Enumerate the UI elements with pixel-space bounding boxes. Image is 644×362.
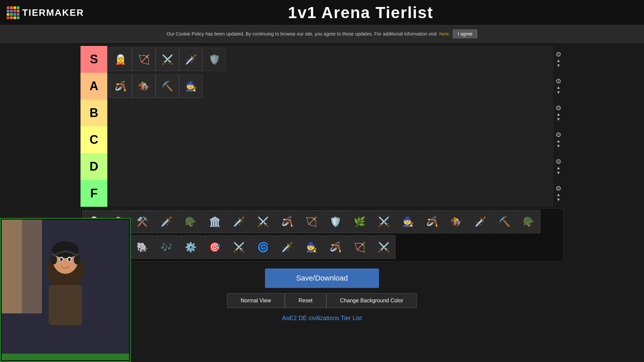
logo-cell <box>7 6 9 9</box>
unit-pool-item[interactable]: 🌀 <box>251 235 275 259</box>
tier-f-settings-button[interactable]: ⚙ <box>555 185 561 192</box>
unit-card[interactable]: 🏹 <box>132 48 156 71</box>
tier-s-down-button[interactable]: ▼ <box>556 63 561 68</box>
svg-point-7 <box>50 255 57 264</box>
tier-s-up-button[interactable]: ▲ <box>556 58 561 63</box>
unit-pool-item[interactable]: ⚔️ <box>372 235 395 259</box>
cookie-link[interactable]: here. <box>439 31 450 37</box>
tier-f-up-button[interactable]: ▲ <box>556 192 561 197</box>
tier-d-up-button[interactable]: ▲ <box>556 166 561 170</box>
tier-content-c[interactable] <box>107 126 553 153</box>
normal-view-button[interactable]: Normal View <box>227 293 285 308</box>
logo-cell <box>17 13 19 16</box>
tier-d-settings-button[interactable]: ⚙ <box>555 158 561 165</box>
cookie-banner: Our Cookie Policy has been updated. By c… <box>0 25 644 43</box>
tier-c-controls: ⚙ ▲ ▼ <box>553 126 564 153</box>
change-bg-button[interactable]: Change Background Color <box>326 293 417 308</box>
unit-card[interactable]: ⛏️ <box>156 74 179 98</box>
logo-cell <box>7 10 9 12</box>
logo-cell <box>17 10 19 12</box>
unit-pool-item[interactable]: ⛏️ <box>493 210 516 233</box>
logo-cell <box>7 16 9 19</box>
unit-card[interactable]: ⚔️ <box>156 48 179 71</box>
unit-pool-item[interactable]: 🏇 <box>444 210 468 233</box>
unit-pool-item[interactable]: ⚔️ <box>227 235 251 259</box>
tier-row-b: B ⚙ ▲ ▼ <box>80 100 564 126</box>
tier-c-down-button[interactable]: ▼ <box>556 144 561 148</box>
unit-pool-item[interactable]: ⚔️ <box>251 210 275 233</box>
unit-pool-item[interactable]: ⚒️ <box>130 210 154 233</box>
tier-a-down-button[interactable]: ▼ <box>556 90 561 95</box>
reset-button[interactable]: Reset <box>285 293 326 308</box>
logo-cell <box>10 13 13 16</box>
unit-pool-item[interactable]: 🪖 <box>179 210 202 233</box>
tier-label-d: D <box>80 153 107 180</box>
logo-cell <box>13 6 16 9</box>
unit-pool-item[interactable]: 🪖 <box>517 210 540 233</box>
unit-pool-item[interactable]: 🎯 <box>203 235 226 259</box>
tier-a-settings-button[interactable]: ⚙ <box>555 78 561 84</box>
tier-s-settings-button[interactable]: ⚙ <box>555 51 561 58</box>
cookie-agree-button[interactable]: I agree <box>453 29 478 38</box>
unit-card[interactable]: 🧙 <box>179 74 203 98</box>
unit-pool-item[interactable]: 🪃 <box>275 210 299 233</box>
unit-pool-item[interactable]: 🎶 <box>155 235 178 259</box>
tier-d-down-button[interactable]: ▼ <box>556 171 561 175</box>
unit-card[interactable]: 🏇 <box>132 74 156 98</box>
unit-card[interactable]: 🧝 <box>109 48 132 71</box>
tier-content-d[interactable] <box>107 153 553 180</box>
cookie-message: Our Cookie Policy has been updated. By c… <box>167 31 437 37</box>
view-controls: Normal View Reset Change Background Colo… <box>227 293 417 308</box>
logo-cell <box>17 6 19 9</box>
tier-row-a: A 🪃 🏇 ⛏️ 🧙 ⚙ ▲ ▼ <box>80 73 564 100</box>
unit-pool-item[interactable]: 🧙 <box>300 235 323 259</box>
unit-pool-item[interactable]: 🗡️ <box>155 210 178 233</box>
tier-f-down-button[interactable]: ▼ <box>556 197 561 202</box>
tier-content-f[interactable] <box>107 180 553 207</box>
unit-pool-item[interactable]: 🪃 <box>420 210 444 233</box>
svg-rect-2 <box>2 220 22 313</box>
svg-rect-13 <box>2 354 129 360</box>
tier-a-controls: ⚙ ▲ ▼ <box>553 73 564 100</box>
unit-pool-item[interactable]: 🐘 <box>130 235 154 259</box>
tier-row-s: S 🧝 🏹 ⚔️ 🗡️ 🛡️ ⚙ ▲ ▼ <box>80 46 564 73</box>
unit-pool-item[interactable]: 🗡️ <box>227 210 251 233</box>
tier-content-a[interactable]: 🪃 🏇 ⛏️ 🧙 <box>107 73 553 100</box>
svg-point-8 <box>74 255 80 264</box>
unit-pool-item[interactable]: ⚙️ <box>179 235 202 259</box>
tier-b-settings-button[interactable]: ⚙ <box>555 105 561 111</box>
unit-pool-item[interactable]: 🗡️ <box>275 235 299 259</box>
unit-pool-item[interactable]: ⚔️ <box>372 210 395 233</box>
tier-row-c: C ⚙ ▲ ▼ <box>80 126 564 153</box>
tier-c-up-button[interactable]: ▲ <box>556 139 561 143</box>
tier-b-controls: ⚙ ▲ ▼ <box>553 100 564 126</box>
unit-card[interactable]: 🛡️ <box>203 48 226 71</box>
logo-cell <box>10 10 13 12</box>
tier-row-d: D ⚙ ▲ ▼ <box>80 153 564 180</box>
tier-b-up-button[interactable]: ▲ <box>556 112 561 116</box>
unit-pool-item[interactable]: 🌿 <box>348 210 371 233</box>
unit-pool-item[interactable]: 🏛️ <box>203 210 226 233</box>
unit-pool[interactable]: 🧝 📦 ⚒️ 🗡️ 🪖 🏛️ 🗡️ ⚔️ 🪃 🏹 🛡️ 🌿 ⚔️ 🧙 🪃 🏇 🗡… <box>80 208 564 262</box>
logo-cell <box>10 16 13 19</box>
tier-b-down-button[interactable]: ▼ <box>556 117 561 121</box>
unit-pool-item[interactable]: 🗡️ <box>469 210 492 233</box>
tier-content-b[interactable] <box>107 100 553 126</box>
tier-c-settings-button[interactable]: ⚙ <box>555 131 561 138</box>
save-download-button[interactable]: Save/Download <box>265 268 379 288</box>
unit-pool-item[interactable]: 🧙 <box>396 210 420 233</box>
tier-f-controls: ⚙ ▲ ▼ <box>553 180 564 207</box>
unit-pool-item[interactable]: 🪃 <box>324 235 347 259</box>
logo: TiERMAKER <box>7 6 84 19</box>
unit-pool-item[interactable]: 🛡️ <box>324 210 347 233</box>
logo-cell <box>13 13 16 16</box>
unit-pool-item[interactable]: 🏹 <box>348 235 371 259</box>
tier-a-up-button[interactable]: ▲ <box>556 85 561 89</box>
unit-card[interactable]: 🗡️ <box>179 48 203 71</box>
unit-card[interactable]: 🪃 <box>109 74 132 98</box>
footer-link[interactable]: AoE2 DE civilizations Tier List <box>282 315 362 322</box>
tier-s-controls: ⚙ ▲ ▼ <box>553 46 564 73</box>
unit-pool-item[interactable]: 🏹 <box>300 210 323 233</box>
tier-content-s[interactable]: 🧝 🏹 ⚔️ 🗡️ 🛡️ <box>107 46 553 73</box>
tier-label-s: S <box>80 46 107 73</box>
